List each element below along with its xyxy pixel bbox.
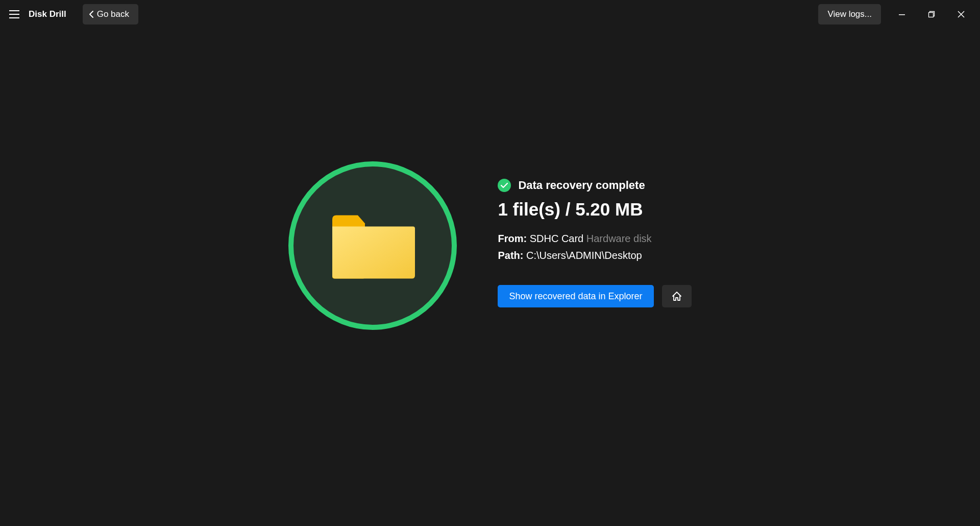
app-title: Disk Drill <box>27 9 71 19</box>
maximize-icon <box>928 11 935 18</box>
minimize-icon <box>898 11 905 18</box>
maximize-button[interactable] <box>917 4 946 25</box>
path-value: C:\Users\ADMIN\Desktop <box>526 250 642 261</box>
recovery-summary: 1 file(s) / 5.20 MB <box>498 199 691 220</box>
from-row: From: SDHC Card Hardware disk <box>498 233 691 245</box>
hamburger-icon <box>9 10 19 18</box>
status-row: Data recovery complete <box>498 179 691 192</box>
svg-rect-1 <box>9 14 19 15</box>
home-icon <box>671 291 682 302</box>
folder-icon <box>329 211 416 280</box>
go-back-label: Go back <box>97 9 129 19</box>
recovery-info: Data recovery complete 1 file(s) / 5.20 … <box>498 161 691 307</box>
svg-rect-4 <box>929 13 934 17</box>
chevron-left-icon <box>89 10 94 18</box>
show-in-explorer-button[interactable]: Show recovered data in Explorer <box>498 285 653 307</box>
recovery-illustration <box>288 161 457 330</box>
check-circle-icon <box>498 179 511 192</box>
close-button[interactable] <box>946 4 976 25</box>
minimize-button[interactable] <box>887 4 917 25</box>
main-content: Data recovery complete 1 file(s) / 5.20 … <box>0 29 980 330</box>
svg-rect-0 <box>9 10 19 11</box>
close-icon <box>958 11 965 18</box>
view-logs-button[interactable]: View logs... <box>818 4 881 25</box>
path-row: Path: C:\Users\ADMIN\Desktop <box>498 250 691 261</box>
from-label: From: <box>498 233 527 244</box>
window-controls <box>887 4 976 25</box>
path-label: Path: <box>498 250 523 261</box>
titlebar: Disk Drill Go back View logs... <box>0 0 980 29</box>
home-button[interactable] <box>662 285 692 307</box>
status-text: Data recovery complete <box>518 179 645 192</box>
from-suffix: Hardware disk <box>586 233 652 244</box>
svg-rect-3 <box>899 14 905 15</box>
menu-button[interactable] <box>4 4 24 25</box>
svg-rect-2 <box>9 17 19 18</box>
action-row: Show recovered data in Explorer <box>498 285 691 307</box>
go-back-button[interactable]: Go back <box>83 4 138 25</box>
from-value: SDHC Card <box>530 233 584 244</box>
